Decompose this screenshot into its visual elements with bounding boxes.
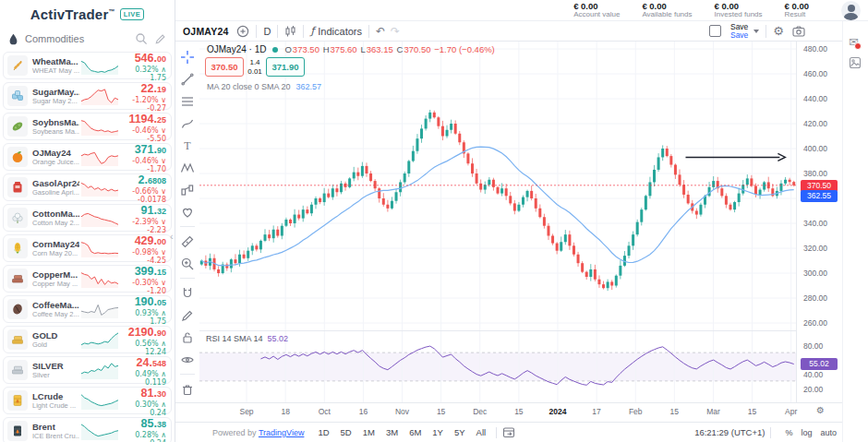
legend-title[interactable]: OJMay24 · 1D bbox=[207, 44, 266, 54]
range-button-6m[interactable]: 6M bbox=[404, 425, 426, 439]
fib-retracement-icon[interactable] bbox=[177, 91, 198, 111]
hide-all-icon[interactable] bbox=[177, 350, 198, 369]
watchlist-item-copperm[interactable]: CopperM...Copper May ...399.15-0.30% ∨ -… bbox=[3, 265, 172, 293]
instrument-names: CoffeeMa...Coffee May 2... bbox=[32, 300, 79, 318]
edit-list-icon[interactable] bbox=[154, 33, 166, 45]
instrument-price: 190.05 bbox=[120, 293, 166, 309]
text-icon[interactable]: T bbox=[177, 136, 198, 155]
activtrader-logo: ActivTrader™ bbox=[30, 6, 115, 22]
instrument-description: ICE Brent Cru... bbox=[32, 432, 79, 440]
metric-label: Available funds bbox=[642, 11, 692, 18]
watchlist-item-wheatma[interactable]: WheatMa...WHEAT May ...546.000.32% ∧ 1.7… bbox=[3, 52, 172, 79]
compare-add-icon[interactable] bbox=[236, 25, 249, 38]
sparkline-chart bbox=[79, 268, 120, 290]
watchlist-item-silver[interactable]: SILVERSilver24.5480.49% ∧ 0.119 bbox=[3, 356, 172, 384]
watchlist-item-lcrude[interactable]: LCrudeLight Crude ...81.300.30% ∧ 0.24 bbox=[3, 387, 172, 414]
watchlist-item-gold[interactable]: GOLDGold2190.900.56% ∧ 12.24 bbox=[3, 326, 172, 353]
tradingview-link[interactable]: TradingView bbox=[259, 428, 305, 437]
watchlist-item-coffeema[interactable]: CoffeeMa...Coffee May 2...190.050.93% ∧ … bbox=[3, 295, 172, 323]
crosshair-icon[interactable] bbox=[177, 47, 198, 66]
range-button-5y[interactable]: 5Y bbox=[450, 425, 470, 439]
time-axis-label: 15 bbox=[437, 407, 445, 416]
watchlist-group-label[interactable]: Commodities bbox=[25, 33, 128, 44]
save-menu-caret-icon[interactable] bbox=[753, 30, 759, 33]
gold-icon bbox=[7, 329, 28, 350]
goto-date-icon[interactable] bbox=[502, 426, 515, 438]
soybeans-icon bbox=[7, 116, 28, 137]
price-axis[interactable]: 480.00460.00440.00420.00400.00380.00360.… bbox=[796, 42, 842, 331]
rsi-legend[interactable]: RSI 14 SMA 1455.02 bbox=[206, 334, 288, 343]
scale-button-%[interactable]: % bbox=[785, 428, 792, 437]
rsi-value-badge: 55.02 bbox=[801, 358, 838, 370]
chart-settings-gear-icon[interactable]: ⚙ bbox=[773, 24, 784, 38]
chart-bottombar: Powered by TradingView 1D5D1M3M6M1Y5YAll… bbox=[175, 422, 842, 442]
instrument-names: BrentICE Brent Cru... bbox=[32, 422, 79, 440]
range-button-3m[interactable]: 3M bbox=[381, 425, 403, 439]
draw-protect-icon[interactable] bbox=[177, 305, 198, 325]
price-axis-label: 300.00 bbox=[803, 269, 827, 278]
redo-icon[interactable]: ↷ bbox=[391, 25, 400, 38]
ma-legend[interactable]: MA 20 close 0 SMA 20362.57 bbox=[207, 82, 321, 91]
time-axis-label: Apr bbox=[785, 407, 797, 416]
rsi-pane[interactable]: RSI 14 SMA 1455.02 bbox=[199, 331, 796, 402]
symbol-label[interactable]: OJMAY24 bbox=[183, 26, 228, 37]
notifications-mail-icon[interactable]: ✉ bbox=[849, 35, 859, 49]
range-button-1m[interactable]: 1M bbox=[358, 425, 380, 439]
scale-button-auto[interactable]: auto bbox=[820, 428, 837, 437]
watchlist-item-cottonma[interactable]: CottonMa...Cotton May 2...91.32-2.39% ∨ … bbox=[3, 204, 172, 232]
watchlist-item-gasolapr24[interactable]: GasolApr24Gasoline Apri...2.6808-0.66% ∨… bbox=[3, 173, 172, 201]
snapshot-camera-icon[interactable] bbox=[792, 26, 805, 37]
screenshots-icon[interactable] bbox=[849, 56, 862, 73]
layout-select-icon[interactable] bbox=[709, 25, 721, 37]
lock-all-icon[interactable] bbox=[177, 328, 198, 347]
magnet-icon[interactable] bbox=[177, 283, 198, 303]
scale-button-log[interactable]: log bbox=[801, 428, 812, 437]
range-button-5d[interactable]: 5D bbox=[336, 425, 356, 439]
watchlist-item-ojmay24[interactable]: OJMay24Orange Juice...371.90-0.46% ∨ -1.… bbox=[3, 143, 172, 171]
clock[interactable]: 16:21:29 (UTC+1) bbox=[694, 427, 765, 437]
user-avatar[interactable] bbox=[841, 1, 861, 20]
watchlist-header: Commodities bbox=[0, 28, 175, 50]
rsi-axis[interactable]: 80.0060.0040.0020.0055.02 bbox=[796, 331, 842, 402]
range-button-all[interactable]: All bbox=[472, 425, 491, 439]
time-axis[interactable]: Sep18Oct16Nov15Dec15202417Feb15Mar15Apr bbox=[175, 402, 842, 422]
sell-button[interactable]: 370.50 bbox=[205, 57, 244, 77]
undo-icon[interactable]: ↶ bbox=[376, 25, 385, 38]
rsi-settings-gear-icon[interactable]: ⚙ bbox=[816, 405, 825, 415]
instrument-symbol: SILVER bbox=[32, 361, 79, 371]
remove-all-icon[interactable] bbox=[177, 379, 198, 399]
price-axis-label: 480.00 bbox=[803, 44, 827, 54]
watchlist-item-brent[interactable]: BrentICE Brent Cru...85.380.28% ∧ 0.24 bbox=[3, 417, 172, 442]
indicators-button[interactable]: ƒ Indicators bbox=[310, 25, 362, 37]
brush-icon[interactable] bbox=[177, 113, 198, 133]
account-metrics: € 0.00Account value€ 0.00Available funds… bbox=[573, 2, 809, 18]
price-axis-label: 280.00 bbox=[803, 293, 827, 303]
forecast-icon[interactable] bbox=[177, 180, 198, 199]
sparkline-chart bbox=[79, 329, 120, 351]
chart-style-icon[interactable] bbox=[284, 25, 296, 38]
range-button-1y[interactable]: 1Y bbox=[428, 425, 448, 439]
zoom-in-icon[interactable] bbox=[177, 254, 198, 273]
time-axis-label: Sep bbox=[239, 407, 253, 416]
search-icon[interactable] bbox=[135, 32, 148, 45]
xabcd-pattern-icon[interactable] bbox=[177, 158, 198, 177]
instrument-symbol: GOLD bbox=[32, 330, 79, 340]
lcrude-icon bbox=[7, 390, 28, 411]
sparkline-chart bbox=[79, 207, 120, 229]
instrument-names: CopperM...Copper May ... bbox=[32, 269, 79, 288]
trend-line-icon[interactable] bbox=[177, 69, 198, 89]
range-button-1d[interactable]: 1D bbox=[313, 425, 333, 439]
price-chart-pane[interactable]: OJMay24 · 1D O373.50 H375.60 L363.15 C37… bbox=[199, 42, 796, 331]
corn-icon bbox=[7, 238, 28, 258]
watchlist-item-cornmay24[interactable]: CornMay24Corn May 20...429.00-0.98% ∨ -4… bbox=[3, 234, 172, 262]
watchlist-collapse-icon[interactable]: ‹ bbox=[170, 231, 174, 242]
measure-icon[interactable] bbox=[177, 232, 198, 251]
timeframe-button[interactable]: D bbox=[263, 26, 271, 37]
price-axis-label: 340.00 bbox=[803, 219, 827, 228]
save-layout-button[interactable]: Save Save bbox=[730, 23, 748, 39]
instrument-names: OJMay24Orange Juice... bbox=[32, 148, 79, 166]
watchlist-item-soybnsma[interactable]: SoybnsMa...Soybeans Ma...1194.25-0.46% ∨… bbox=[3, 113, 172, 140]
watchlist-item-sugarmay[interactable]: SugarMay...Sugar May 2...22.19-1.20% ∨ -… bbox=[3, 82, 172, 110]
buy-button[interactable]: 371.90 bbox=[266, 57, 305, 77]
emoji-heart-icon[interactable] bbox=[177, 202, 198, 221]
